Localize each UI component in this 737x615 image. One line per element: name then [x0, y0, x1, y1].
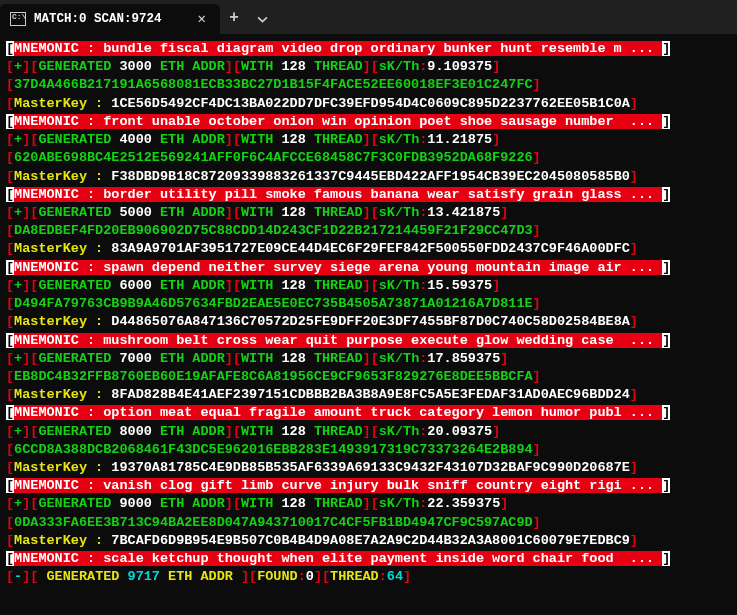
masterkey-line: [MasterKey : D44865076A847136C70572D25FE… — [6, 313, 731, 331]
seed-line: [D494FA79763CB9B9A46D57634FBD2EAE5E0EC73… — [6, 295, 731, 313]
masterkey-line: [MasterKey : 8FAD828B4E41AEF2397151CDBBB… — [6, 386, 731, 404]
mnemonic-line: [MNEMONIC : vanish clog gift limb curve … — [6, 477, 731, 495]
seed-line: [37D4A466B217191A6568081ECB33BC27D1B15F4… — [6, 76, 731, 94]
seed-line: [EB8DC4B32FFB8760EB60E19AFAFE8C6A81956CE… — [6, 368, 731, 386]
generated-line: [+][GENERATED 4000 ETH ADDR][WITH 128 TH… — [6, 131, 731, 149]
mnemonic-line: [MNEMONIC : spawn depend neither survey … — [6, 259, 731, 277]
seed-line: [620ABE698BC4E2512E569241AFF0F6C4AFCCE68… — [6, 149, 731, 167]
seed-line: [6CCD8A388DCB2068461F43DC5E962016EBB283E… — [6, 441, 731, 459]
masterkey-line: [MasterKey : 1CE56D5492CF4DC13BA022DD7DF… — [6, 95, 731, 113]
terminal-output: [MNEMONIC : bundle fiscal diagram video … — [0, 34, 737, 593]
chevron-down-icon — [257, 14, 268, 25]
seed-line: [DA8EDBEF4FD20EB906902D75C88CDD14D243CF1… — [6, 222, 731, 240]
mnemonic-line: [MNEMONIC : option meat equal fragile am… — [6, 404, 731, 422]
close-icon[interactable]: ✕ — [194, 10, 210, 29]
tab-active[interactable]: C:\ MATCH:0 SCAN:9724 ✕ — [0, 4, 220, 34]
status-line: [-][ GENERATED 9717 ETH ADDR ][FOUND:0][… — [6, 568, 731, 586]
new-tab-button[interactable]: + — [220, 4, 248, 34]
tab-bar: C:\ MATCH:0 SCAN:9724 ✕ + — [0, 0, 737, 34]
tab-title: MATCH:0 SCAN:9724 — [34, 11, 186, 28]
terminal-icon: C:\ — [10, 12, 26, 26]
tab-dropdown-button[interactable] — [248, 4, 276, 34]
mnemonic-line: [MNEMONIC : mushroom belt cross wear qui… — [6, 332, 731, 350]
seed-line: [0DA333FA6EE3B713C94BA2EE8D047A943710017… — [6, 514, 731, 532]
generated-line: [+][GENERATED 5000 ETH ADDR][WITH 128 TH… — [6, 204, 731, 222]
mnemonic-line: [MNEMONIC : front unable october onion w… — [6, 113, 731, 131]
generated-line: [+][GENERATED 3000 ETH ADDR][WITH 128 TH… — [6, 58, 731, 76]
generated-line: [+][GENERATED 6000 ETH ADDR][WITH 128 TH… — [6, 277, 731, 295]
generated-line: [+][GENERATED 7000 ETH ADDR][WITH 128 TH… — [6, 350, 731, 368]
masterkey-line: [MasterKey : 83A9A9701AF3951727E09CE44D4… — [6, 240, 731, 258]
masterkey-line: [MasterKey : 7BCAFD6D9B954E9B507C0B4B4D9… — [6, 532, 731, 550]
masterkey-line: [MasterKey : 19370A81785C4E9DB85B535AF63… — [6, 459, 731, 477]
masterkey-line: [MasterKey : F38DBD9B18C8720933988326133… — [6, 168, 731, 186]
mnemonic-line: [MNEMONIC : border utility pill smoke fa… — [6, 186, 731, 204]
mnemonic-line: [MNEMONIC : bundle fiscal diagram video … — [6, 40, 731, 58]
generated-line: [+][GENERATED 8000 ETH ADDR][WITH 128 TH… — [6, 423, 731, 441]
mnemonic-line: [MNEMONIC : scale ketchup thought when e… — [6, 550, 731, 568]
generated-line: [+][GENERATED 9000 ETH ADDR][WITH 128 TH… — [6, 495, 731, 513]
